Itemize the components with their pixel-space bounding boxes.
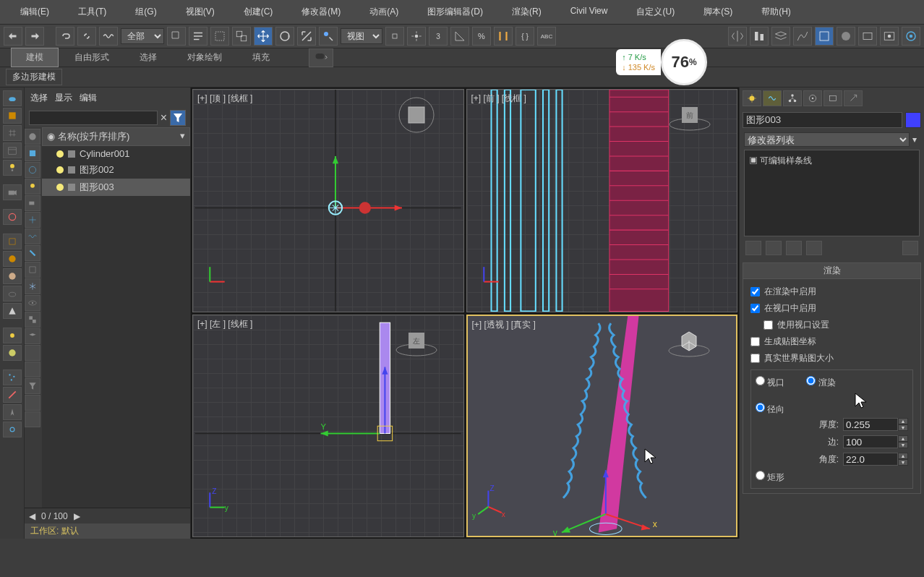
snap-toggle-button[interactable]: 3 — [429, 27, 448, 46]
radio-render[interactable]: 渲染 — [806, 376, 835, 389]
menu-view[interactable]: 视图(V) — [173, 3, 228, 21]
make-unique-button[interactable] — [786, 241, 802, 255]
show-end-result-button[interactable] — [766, 241, 782, 255]
workspace-label[interactable]: 工作区: 默认 — [25, 523, 190, 539]
lts-yellow-sphere-icon[interactable] — [3, 345, 22, 361]
material-editor-button[interactable] — [837, 27, 855, 46]
scene-search-input[interactable] — [29, 111, 158, 125]
lts-wand-icon[interactable] — [3, 387, 22, 403]
select-object-button[interactable] — [167, 27, 186, 46]
menu-group[interactable]: 组(G) — [122, 3, 169, 21]
sf-light-icon[interactable] — [25, 179, 40, 195]
object-color-swatch[interactable] — [905, 112, 921, 128]
remove-modifier-button[interactable] — [806, 241, 822, 255]
schematic-view-button[interactable] — [815, 27, 834, 46]
radio-radial[interactable]: 径向 — [756, 404, 784, 414]
sf-helper-icon[interactable] — [25, 212, 40, 228]
select-by-name-button[interactable] — [189, 27, 208, 46]
polygon-modeling-group[interactable]: 多边形建模 — [6, 69, 62, 85]
cb-real-world-size[interactable]: 真实世界贴图大小 — [750, 350, 913, 367]
redo-button[interactable] — [25, 27, 44, 46]
scene-row-shape002[interactable]: 图形002 — [42, 161, 190, 179]
lts-cone-icon[interactable] — [3, 303, 22, 319]
scene-search-clear-icon[interactable]: × — [161, 111, 167, 124]
scene-row-shape003[interactable]: 图形003 — [42, 179, 190, 196]
abc-button[interactable]: ABC — [537, 27, 556, 46]
pin-stack-button[interactable] — [745, 241, 761, 255]
sf-spacewarp-icon[interactable] — [25, 228, 40, 244]
lts-compass-icon[interactable] — [3, 404, 22, 420]
vp-front-label[interactable]: [+] [前 ] [线框 ] — [471, 93, 526, 105]
lts-helper-icon[interactable] — [3, 209, 22, 225]
configure-modifier-button[interactable] — [902, 241, 918, 255]
sf-geo-icon[interactable] — [25, 145, 40, 161]
bind-spacewarp-button[interactable] — [99, 27, 118, 46]
sf-hidden-icon[interactable] — [25, 295, 40, 311]
select-and-place-button[interactable] — [319, 27, 338, 46]
select-and-manipulate-button[interactable] — [407, 27, 426, 46]
menu-create[interactable]: 创建(C) — [231, 3, 286, 21]
cmd-tab-hierarchy[interactable] — [783, 90, 802, 106]
undo-button[interactable] — [4, 27, 22, 46]
lts-calendar-icon[interactable] — [3, 142, 22, 158]
sf-shape-icon[interactable] — [25, 162, 40, 178]
render-setup-button[interactable] — [858, 27, 877, 46]
sides-spin-up[interactable]: ▲ — [898, 435, 908, 442]
lts-teapot2-icon[interactable] — [3, 286, 22, 302]
menu-customize[interactable]: 自定义(U) — [623, 3, 688, 21]
lts-box2-icon[interactable] — [3, 234, 22, 249]
sf-group-icon[interactable] — [25, 312, 40, 328]
sides-input[interactable] — [843, 435, 898, 448]
lts-sphere-icon[interactable] — [3, 251, 22, 267]
mirror-button[interactable] — [728, 27, 747, 46]
object-name-input[interactable] — [743, 112, 902, 128]
layer-manager-button[interactable] — [771, 27, 790, 46]
cb-enable-in-viewport[interactable]: 在视口中启用 — [750, 300, 913, 317]
render-production-button[interactable] — [902, 27, 920, 46]
sf-frozen-icon[interactable] — [25, 278, 40, 294]
sf-i17-icon[interactable] — [25, 395, 40, 411]
lts-sphere2-icon[interactable] — [3, 268, 22, 284]
scene-head-edit[interactable]: 编辑 — [80, 92, 97, 104]
viewport-top[interactable]: [+] [顶 ] [线框 ] — [192, 89, 464, 312]
cb-enable-in-render[interactable]: 在渲染中启用 — [750, 283, 913, 300]
curve-editor-button[interactable] — [793, 27, 812, 46]
cmd-tab-display[interactable] — [824, 90, 842, 106]
scene-filter-button[interactable] — [170, 110, 186, 126]
modifier-stack[interactable]: ▣ 可编辑样条线 — [744, 150, 920, 236]
viewport-front[interactable]: [+] [前 ] [线框 ] 前 — [466, 89, 738, 312]
tab-freeform[interactable]: 自由形式 — [60, 48, 124, 67]
selection-filter-dropdown[interactable]: 全部 — [121, 28, 164, 44]
menu-graph-editors[interactable]: 图形编辑器(D) — [414, 3, 496, 21]
menu-animation[interactable]: 动画(A) — [356, 3, 411, 21]
tab-modeling[interactable]: 建模 — [11, 48, 59, 67]
modifier-list-dropdown[interactable]: 修改器列表 — [744, 132, 910, 147]
thickness-input[interactable] — [843, 418, 898, 431]
lts-teapot-icon[interactable] — [3, 90, 22, 106]
cmd-tab-create[interactable] — [743, 90, 761, 106]
ribbon-dropdown-button[interactable] — [309, 48, 333, 67]
vp-top-label[interactable]: [+] [顶 ] [线框 ] — [197, 93, 252, 105]
sf-i15-icon[interactable] — [25, 362, 40, 377]
render-rollout-header[interactable]: 渲染 — [743, 263, 920, 279]
scene-head-select[interactable]: 选择 — [30, 92, 48, 104]
rendered-frame-button[interactable] — [880, 27, 899, 46]
sf-camera-icon[interactable] — [25, 195, 40, 211]
lts-grid-icon[interactable] — [3, 125, 22, 141]
window-crossing-button[interactable] — [232, 27, 251, 46]
scene-row-cylinder001[interactable]: Cylinder001 — [42, 146, 190, 161]
sf-i18-icon[interactable] — [25, 411, 40, 427]
sf-funnel-icon[interactable] — [25, 378, 40, 394]
menu-tools[interactable]: 工具(T) — [65, 3, 119, 21]
lts-light-icon[interactable] — [3, 160, 22, 176]
vp-persp-label[interactable]: [+] [透视 ] [真实 ] — [472, 319, 536, 331]
radio-rectangular[interactable]: 矩形 — [756, 472, 784, 482]
cb-generate-mapping[interactable]: 生成贴图坐标 — [750, 333, 913, 350]
select-and-move-button[interactable] — [254, 27, 273, 46]
menu-edit[interactable]: 编辑(E) — [7, 3, 62, 21]
menu-civil-view[interactable]: Civil View — [557, 3, 621, 21]
scene-head-display[interactable]: 显示 — [55, 92, 72, 104]
percent-snap-button[interactable]: % — [472, 27, 491, 46]
cmd-tab-modify[interactable] — [763, 90, 782, 106]
reference-coord-dropdown[interactable]: 视图 — [341, 28, 382, 44]
